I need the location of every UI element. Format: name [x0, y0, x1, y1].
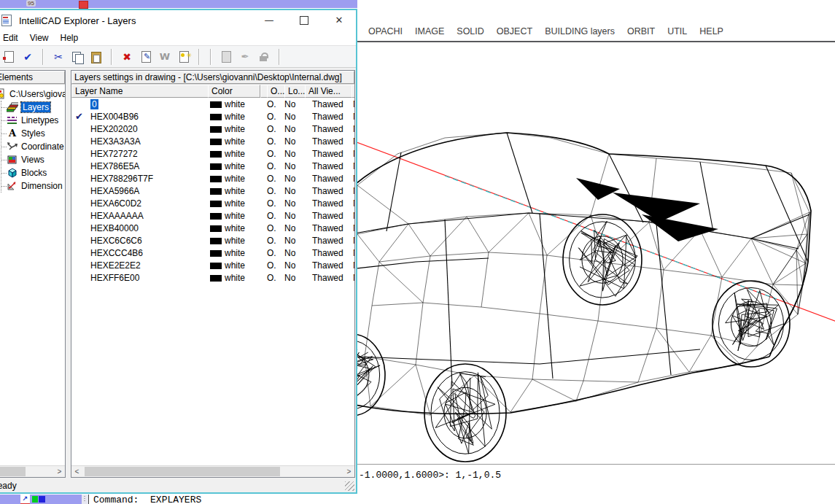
list-scroll-right-arrow[interactable]: >	[343, 467, 354, 476]
layer-list-body: 0whiteO.NoThawedN✔HEX004B96whiteO.NoThaw…	[71, 98, 354, 284]
maximize-button[interactable]	[293, 12, 315, 28]
cad-menu-item[interactable]: IMAGE	[415, 26, 444, 36]
tree-root-drawing[interactable]: C:\Users\giovanni	[0, 88, 65, 101]
layer-color-swatch	[210, 225, 222, 232]
tree-item-blocks[interactable]: Blocks	[1, 166, 65, 179]
layer-c-state: N	[353, 112, 355, 122]
column-header-color[interactable]: Color	[208, 85, 260, 98]
titlebar[interactable]: IntelliCAD Explorer - Layers — ✕	[0, 10, 356, 31]
resize-grip[interactable]	[345, 481, 354, 491]
layer-all-viewports-state: Thawed	[312, 273, 343, 283]
layer-row[interactable]: 0whiteO.NoThawedN	[71, 98, 354, 111]
list-scroll-left-arrow[interactable]: <	[71, 467, 82, 476]
layer-row[interactable]: HEX727272whiteO.NoThawedN	[71, 148, 354, 160]
purge-icon[interactable]: W	[158, 50, 172, 64]
layer-c-state: N	[353, 161, 355, 171]
cad-menu-item[interactable]: HELP	[699, 26, 723, 36]
taskbar-fragment: ↗	[0, 495, 82, 504]
layer-on-state: O.	[267, 273, 276, 283]
layer-c-state: N	[353, 273, 355, 283]
menu-edit[interactable]: Edit	[0, 33, 24, 43]
list-scrollbar-thumb[interactable]	[85, 467, 280, 476]
layer-c-state: N	[353, 260, 355, 271]
layer-row[interactable]: HEXC6C6C6whiteO.NoThawedN	[71, 235, 354, 247]
layer-row[interactable]: HEX786E5AwhiteO.NoThawedN	[71, 160, 354, 173]
regen-icon[interactable]: ✳	[176, 50, 191, 64]
taskbar-green-icon[interactable]	[32, 496, 38, 503]
maximize-icon	[300, 16, 308, 25]
tree-item-linetypes[interactable]: Linetypes	[1, 114, 65, 127]
layer-row[interactable]: ✔HEX004B96whiteO.NoThawedN	[71, 111, 354, 123]
close-button[interactable]: ✕	[328, 12, 350, 28]
layer-list-columns: Layer Name Color O... Lo... All Vie... C…	[71, 85, 355, 98]
layer-name: HEXB40000	[90, 223, 139, 233]
layer-all-viewports-state: Thawed	[312, 149, 343, 159]
tree-item-views[interactable]: Views	[1, 153, 65, 166]
layer-row[interactable]: HEXA6C0D2whiteO.NoThawedN	[71, 198, 354, 210]
layer-c-state: N	[353, 186, 355, 196]
column-header-all-viewports[interactable]: All Vie...	[305, 85, 352, 98]
toolbar-separator	[210, 49, 211, 65]
toolbar: ✔ ✂ ✖ ✎ W ✳ ✒	[0, 45, 356, 68]
delete-icon[interactable]: ✖	[120, 50, 134, 64]
minimize-button[interactable]: —	[258, 12, 280, 28]
layer-row[interactable]: HEX3A3A3AwhiteO.NoThawedN	[71, 136, 354, 148]
taskbar-blue-icon[interactable]	[39, 496, 45, 503]
cad-command-prompt[interactable]: -1.0000,1.6000>: 1,-1,0.5	[359, 470, 501, 481]
cad-viewport[interactable]	[357, 43, 835, 464]
pen-icon-disabled[interactable]: ✒	[238, 50, 252, 64]
cad-menu-item[interactable]: OPACHI	[368, 26, 403, 36]
list-horizontal-scrollbar[interactable]: < >	[71, 465, 354, 477]
layer-color-name: white	[225, 112, 245, 122]
column-header-c[interactable]: C...	[352, 85, 355, 98]
layer-row[interactable]: HEX202020whiteO.NoThawedN	[71, 123, 354, 136]
link-icon-disabled[interactable]	[219, 50, 233, 64]
menu-help[interactable]: Help	[54, 33, 84, 43]
tree-item-dimension-styles[interactable]: Dimension Styles	[1, 179, 65, 193]
paste-icon[interactable]	[89, 50, 104, 64]
new-item-button[interactable]	[1, 50, 16, 64]
set-current-icon[interactable]: ✔	[20, 50, 35, 64]
cad-menu-item[interactable]: OBJECT	[497, 26, 532, 36]
column-header-on[interactable]: O...	[267, 85, 285, 98]
properties-icon[interactable]: ✎	[139, 50, 153, 64]
menu-view[interactable]: View	[24, 33, 55, 43]
layer-row[interactable]: HEXFF6E00whiteO.NoThawedN	[71, 272, 354, 284]
cut-icon[interactable]: ✂	[51, 50, 66, 64]
commandbar-grip[interactable]	[82, 495, 89, 504]
tree-scroll-right-arrow[interactable]: >	[54, 467, 65, 476]
tree-item-label: Views	[21, 155, 44, 165]
cad-menu-item[interactable]: UTIL	[667, 26, 687, 36]
layer-color-name: white	[225, 124, 245, 134]
layer-row[interactable]: HEXCCC4B6whiteO.NoThawedN	[71, 247, 354, 260]
tree-scrollbar-thumb[interactable]	[0, 467, 26, 476]
layer-all-viewports-state: Thawed	[312, 124, 343, 134]
copy-icon[interactable]	[70, 50, 85, 64]
layer-color-name: white	[225, 223, 245, 233]
taskbar-arrow-icon[interactable]: ↗	[20, 495, 30, 504]
layer-lock-state: No	[284, 174, 295, 184]
layer-row[interactable]: HEXAAAAAAwhiteO.NoThawedN	[71, 210, 354, 222]
column-header-lock[interactable]: Lo...	[284, 85, 306, 98]
layer-all-viewports-state: Thawed	[312, 223, 343, 233]
column-header-layer-name[interactable]: Layer Name	[71, 85, 209, 98]
layer-on-state: O.	[267, 136, 276, 147]
cad-menu-item[interactable]: ORBIT	[627, 26, 655, 36]
layer-color-swatch	[210, 163, 222, 170]
tree-item-coordinate-systems[interactable]: Coordinate Systems	[1, 140, 65, 153]
tree-item-styles[interactable]: A Styles	[1, 127, 65, 140]
intellicad-explorer-window: IntelliCAD Explorer - Layers — ✕ Edit Vi…	[0, 9, 357, 494]
layer-row[interactable]: HEXA5966AwhiteO.NoThawedN	[71, 185, 354, 198]
tree-item-layers[interactable]: Layers	[1, 101, 65, 114]
layer-row[interactable]: HEXB40000whiteO.NoThawedN	[71, 222, 354, 235]
lock-icon-disabled[interactable]	[257, 50, 271, 64]
layer-all-viewports-state: Thawed	[312, 161, 343, 171]
cad-menu-item[interactable]: BUILDING layers	[545, 26, 615, 36]
layers-icon	[7, 101, 18, 113]
cad-command-line[interactable]: Command: EXPLAYERS	[93, 495, 201, 504]
cad-menu-item[interactable]: SOLID	[457, 26, 484, 36]
layer-row[interactable]: HEXE2E2E2whiteO.NoThawedN	[71, 260, 354, 272]
layer-on-state: O.	[267, 223, 276, 233]
tree-horizontal-scrollbar[interactable]: >	[0, 465, 65, 477]
layer-row[interactable]: HEX788296T7FwhiteO.NoThawedN	[71, 173, 354, 185]
